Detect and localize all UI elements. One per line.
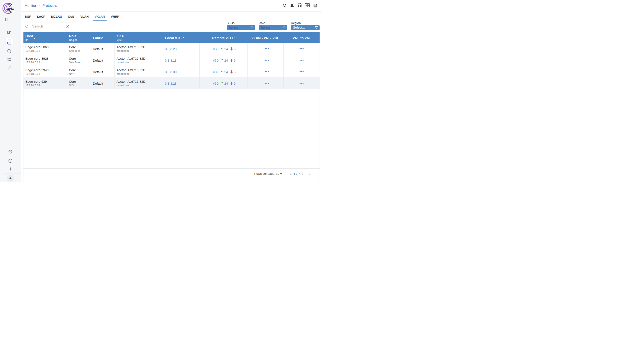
svg-text:aviz: aviz bbox=[7, 6, 14, 11]
